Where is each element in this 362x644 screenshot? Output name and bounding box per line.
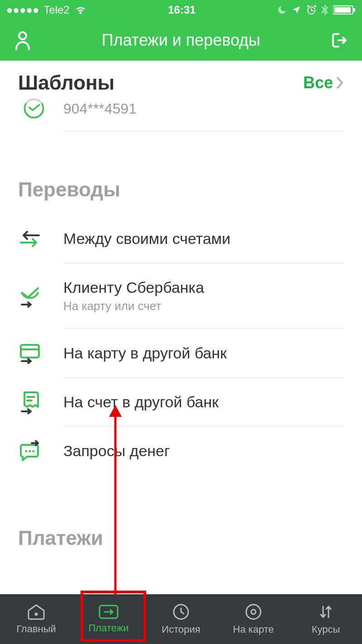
location-icon bbox=[291, 5, 301, 15]
templates-title: Шаблоны bbox=[18, 72, 114, 94]
tab-history[interactable]: История bbox=[145, 594, 217, 644]
templates-all-button[interactable]: Все bbox=[303, 73, 344, 92]
history-icon bbox=[172, 603, 190, 621]
tab-label: На карте bbox=[233, 624, 274, 635]
sber-outline-icon bbox=[18, 97, 50, 129]
sber-arrow-icon bbox=[18, 285, 50, 308]
template-number: 904***4591 bbox=[63, 94, 344, 131]
clock-label: 16:31 bbox=[168, 4, 195, 16]
card-arrow-icon bbox=[18, 343, 50, 364]
status-bar: ●●●●● Tele2 16:31 bbox=[0, 0, 362, 20]
tab-bar: Главный Платежи История На карте Курсы bbox=[0, 594, 362, 644]
payments-icon bbox=[98, 604, 119, 620]
tab-rates[interactable]: Курсы bbox=[290, 594, 362, 644]
payments-header: Платежи bbox=[0, 516, 362, 549]
template-item[interactable]: 904***4591 bbox=[0, 94, 362, 140]
item-title: На карту в другой банк bbox=[63, 344, 344, 362]
home-icon bbox=[27, 603, 46, 620]
profile-icon[interactable] bbox=[14, 30, 32, 50]
chat-arrow-icon bbox=[18, 440, 50, 462]
receipt-arrow-icon bbox=[18, 391, 50, 414]
svg-rect-2 bbox=[353, 8, 355, 12]
transfers-header: Переводы bbox=[0, 167, 362, 215]
tab-label: Курсы bbox=[312, 624, 340, 635]
svg-point-8 bbox=[25, 450, 28, 452]
tab-home[interactable]: Главный bbox=[0, 594, 72, 644]
swap-icon bbox=[18, 230, 50, 248]
svg-rect-4 bbox=[21, 345, 39, 358]
item-subtitle: На карту или счет bbox=[63, 299, 344, 313]
logout-icon[interactable] bbox=[330, 31, 348, 49]
map-pin-icon bbox=[244, 603, 262, 621]
signal-dots-icon: ●●●●● bbox=[6, 4, 39, 16]
transfers-title: Переводы bbox=[18, 178, 120, 201]
svg-point-3 bbox=[19, 32, 26, 39]
transfer-sber-client[interactable]: Клиенту Сбербанка На карту или счет bbox=[0, 263, 362, 329]
transfer-account-other-bank[interactable]: На счет в другой банк bbox=[0, 378, 362, 427]
alarm-icon bbox=[306, 5, 317, 15]
status-left: ●●●●● Tele2 bbox=[6, 4, 87, 16]
templates-header: Шаблоны Все bbox=[0, 61, 362, 94]
wifi-icon bbox=[74, 5, 87, 15]
all-label: Все bbox=[303, 73, 333, 92]
item-title: Запросы денег bbox=[63, 442, 344, 460]
tab-map[interactable]: На карте bbox=[217, 594, 290, 644]
tab-label: Платежи bbox=[88, 622, 129, 634]
transfer-between-own[interactable]: Между своими счетами bbox=[0, 215, 362, 263]
svg-rect-1 bbox=[334, 7, 351, 13]
svg-point-11 bbox=[35, 613, 37, 615]
item-title: На счет в другой банк bbox=[63, 393, 344, 411]
item-title: Между своими счетами bbox=[63, 230, 344, 248]
tab-label: Главный bbox=[16, 623, 56, 635]
svg-point-9 bbox=[29, 450, 31, 452]
svg-point-14 bbox=[246, 605, 261, 619]
nav-bar: Платежи и переводы bbox=[0, 20, 362, 61]
chevron-right-icon bbox=[336, 76, 344, 90]
status-right bbox=[277, 5, 356, 15]
bluetooth-icon bbox=[321, 5, 329, 15]
transfer-card-other-bank[interactable]: На карту в другой банк bbox=[0, 329, 362, 378]
svg-point-15 bbox=[251, 610, 256, 614]
svg-point-10 bbox=[33, 450, 35, 452]
battery-icon bbox=[333, 5, 356, 15]
carrier-label: Tele2 bbox=[43, 4, 69, 16]
item-title: Клиенту Сбербанка bbox=[63, 279, 344, 296]
page-title: Платежи и переводы bbox=[32, 31, 330, 50]
transfer-money-request[interactable]: Запросы денег bbox=[0, 427, 362, 475]
tab-label: История bbox=[162, 624, 200, 635]
rates-icon bbox=[317, 603, 335, 621]
moon-icon bbox=[277, 5, 287, 15]
payments-title: Платежи bbox=[18, 527, 103, 549]
tab-payments[interactable]: Платежи bbox=[72, 594, 145, 644]
